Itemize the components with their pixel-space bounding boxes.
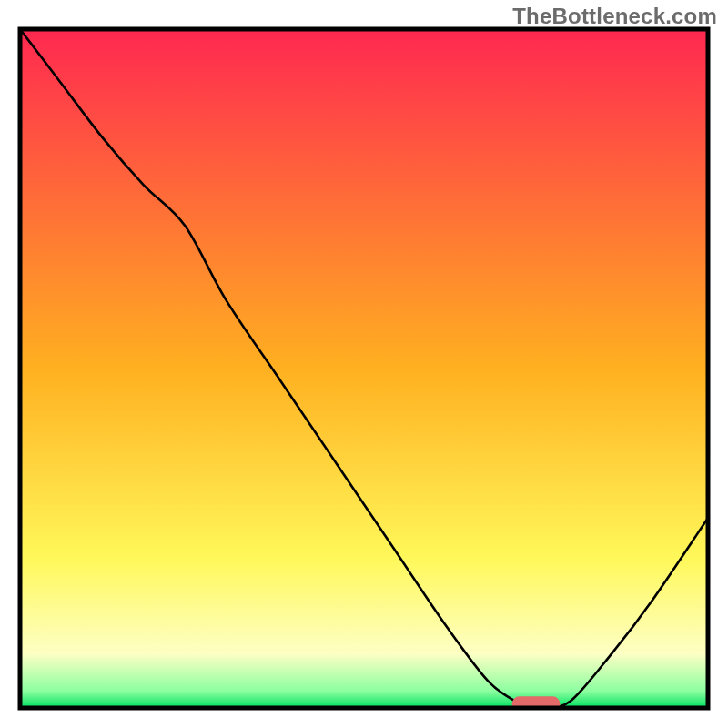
chart-background xyxy=(20,29,708,708)
chart-svg xyxy=(0,0,728,728)
chart-stage: TheBottleneck.com xyxy=(0,0,728,728)
